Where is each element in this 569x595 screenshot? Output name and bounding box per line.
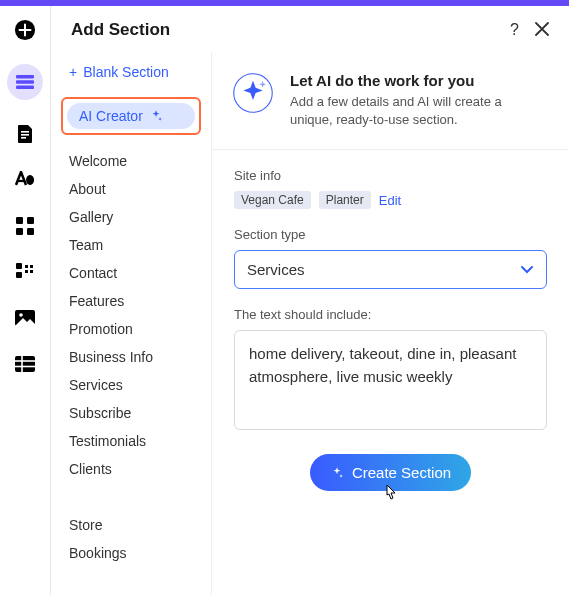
- add-icon[interactable]: [13, 18, 37, 42]
- design-icon[interactable]: [13, 168, 37, 192]
- svg-rect-13: [25, 265, 28, 268]
- blank-section-link[interactable]: + Blank Section: [57, 64, 205, 94]
- sparkle-badge-icon: [232, 72, 274, 114]
- media-icon[interactable]: [13, 306, 37, 330]
- svg-rect-7: [16, 217, 23, 224]
- svg-point-18: [19, 313, 23, 317]
- svg-rect-3: [16, 85, 34, 89]
- include-text-input[interactable]: home delivery, takeout, dine in, pleasan…: [234, 330, 547, 430]
- svg-rect-10: [27, 228, 34, 235]
- sidebar-item[interactable]: Gallery: [57, 203, 205, 231]
- section-type-select[interactable]: Services: [234, 250, 547, 289]
- svg-rect-1: [16, 75, 34, 79]
- sidebar-item[interactable]: Promotion: [57, 315, 205, 343]
- sidebar-item[interactable]: Contact: [57, 259, 205, 287]
- svg-rect-8: [27, 217, 34, 224]
- panel-title: Add Section: [71, 20, 170, 40]
- close-icon[interactable]: [535, 22, 549, 39]
- create-section-label: Create Section: [352, 464, 451, 481]
- site-info-tag: Vegan Cafe: [234, 191, 311, 209]
- sidebar-item[interactable]: Welcome: [57, 147, 205, 175]
- svg-rect-11: [16, 263, 22, 269]
- svg-rect-15: [25, 270, 28, 273]
- svg-rect-2: [16, 80, 34, 84]
- ai-creator-highlight: AI Creator: [61, 97, 201, 135]
- sidebar-item[interactable]: Subscribe: [57, 399, 205, 427]
- sections-icon[interactable]: [7, 64, 43, 100]
- site-info-block: Site info Vegan Cafe Planter Edit: [212, 150, 569, 209]
- svg-rect-12: [16, 272, 22, 278]
- svg-rect-16: [30, 270, 33, 273]
- panel-header: Add Section ?: [51, 6, 569, 52]
- section-type-label: Section type: [234, 227, 547, 242]
- svg-rect-6: [21, 137, 26, 139]
- apps-grid-icon[interactable]: [13, 214, 37, 238]
- content-area: Let AI do the work for you Add a few det…: [211, 52, 569, 595]
- sparkle-icon: [330, 466, 344, 480]
- sidebar-item[interactable]: Bookings: [57, 539, 205, 567]
- section-type-block: Section type Services: [212, 209, 569, 289]
- sidebar-item[interactable]: Store: [57, 511, 205, 539]
- chevron-down-icon: [520, 261, 534, 278]
- svg-rect-4: [21, 131, 29, 133]
- data-table-icon[interactable]: [13, 352, 37, 376]
- sidebar-item[interactable]: Team: [57, 231, 205, 259]
- sidebar-item[interactable]: Services: [57, 371, 205, 399]
- svg-rect-9: [16, 228, 23, 235]
- svg-rect-19: [15, 356, 35, 372]
- site-info-label: Site info: [234, 168, 547, 183]
- sidebar-item[interactable]: About: [57, 175, 205, 203]
- sidebar-item[interactable]: Testimonials: [57, 427, 205, 455]
- site-info-edit-link[interactable]: Edit: [379, 193, 401, 208]
- sidebar-item[interactable]: Business Info: [57, 343, 205, 371]
- hero-subtitle: Add a few details and AI will create a u…: [290, 93, 547, 129]
- sidebar-item-ai-creator[interactable]: AI Creator: [67, 103, 195, 129]
- plus-icon: +: [69, 64, 77, 80]
- sidebar-item[interactable]: Clients: [57, 455, 205, 483]
- include-text-block: The text should include: home delivery, …: [212, 289, 569, 430]
- svg-rect-14: [30, 265, 33, 268]
- svg-rect-5: [21, 134, 29, 136]
- create-section-button[interactable]: Create Section: [310, 454, 471, 491]
- help-icon[interactable]: ?: [510, 21, 519, 39]
- hero-title: Let AI do the work for you: [290, 72, 547, 89]
- section-type-value: Services: [247, 261, 305, 278]
- blank-section-label: Blank Section: [83, 64, 169, 80]
- include-text-label: The text should include:: [234, 307, 547, 322]
- page-icon[interactable]: [13, 122, 37, 146]
- ai-hero: Let AI do the work for you Add a few det…: [212, 52, 569, 150]
- left-toolstrip: [0, 6, 50, 595]
- cursor-pointer-icon: [381, 483, 399, 505]
- widgets-icon[interactable]: [13, 260, 37, 284]
- category-sidebar: + Blank Section AI Creator WelcomeAboutG…: [51, 52, 211, 595]
- site-info-tag: Planter: [319, 191, 371, 209]
- sparkle-icon: [149, 109, 163, 123]
- sidebar-item[interactable]: Features: [57, 287, 205, 315]
- ai-creator-label: AI Creator: [79, 108, 143, 124]
